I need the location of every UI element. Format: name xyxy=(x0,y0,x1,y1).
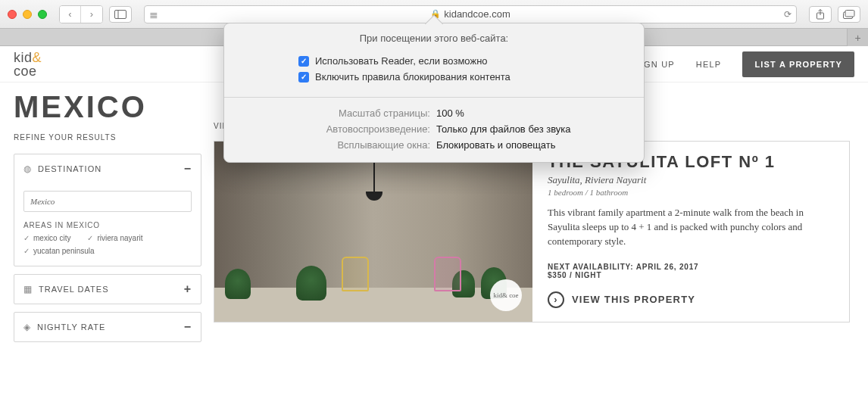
content-blocker-checkbox-label: Включить правила блокирования контента xyxy=(315,71,510,83)
listing-location: Sayulita, Riviera Nayarit xyxy=(548,174,834,186)
forward-button[interactable]: › xyxy=(81,6,102,23)
popover-checkbox-section: ✓ Использовать Reader, если возможно ✓ В… xyxy=(224,48,644,94)
view-property-label: VIEW THIS PROPERTY xyxy=(572,294,695,305)
chair xyxy=(434,257,461,291)
autoplay-value: Только для файлов без звука xyxy=(436,123,571,135)
svg-rect-0 xyxy=(115,10,126,18)
popover-separator xyxy=(224,97,644,98)
autoplay-row[interactable]: Автовоспроизведение: Только для файлов б… xyxy=(224,121,644,137)
popover-title: При посещении этого веб-сайта: xyxy=(224,23,644,48)
filter-destination-body: AREAS IN MEXICO mexico city riviera naya… xyxy=(14,183,201,266)
globe-icon: ◍ xyxy=(23,164,32,174)
chair xyxy=(342,257,369,291)
listing-image: kid& coe xyxy=(214,142,532,322)
new-tab-button[interactable]: + xyxy=(847,29,868,46)
listing-description: This vibrant family apartment a 2-minute… xyxy=(548,206,834,249)
destination-input[interactable] xyxy=(23,191,192,212)
url-text: kidandcoe.com xyxy=(444,8,510,20)
autoplay-label: Автовоспроизведение: xyxy=(239,123,436,135)
view-property-link[interactable]: › VIEW THIS PROPERTY xyxy=(548,291,834,308)
brand-badge: kid& coe xyxy=(490,279,522,311)
share-icon xyxy=(816,9,825,20)
page-title: MEXICO xyxy=(14,90,201,124)
listing-price: $350 / NIGHT xyxy=(548,271,834,279)
popover-settings-section: Масштаб страницы: 100 % Автовоспроизведе… xyxy=(224,101,644,162)
nav-help[interactable]: HELP xyxy=(696,60,722,69)
checkbox-checked-icon: ✓ xyxy=(298,56,309,67)
svg-rect-5 xyxy=(845,10,854,17)
nav-buttons: ‹ › xyxy=(59,5,103,23)
content-blocker-checkbox-row[interactable]: ✓ Включить правила блокирования контента xyxy=(298,71,510,83)
filter-travel-dates: ▦ TRAVEL DATES + xyxy=(14,274,201,304)
area-item[interactable]: yucatan peninsula xyxy=(23,247,95,255)
zoom-row[interactable]: Масштаб страницы: 100 % xyxy=(224,105,644,121)
share-button[interactable] xyxy=(809,6,832,23)
areas-label: AREAS IN MEXICO xyxy=(23,221,192,229)
tag-icon: ◈ xyxy=(23,322,31,332)
address-bar[interactable]: ≣ 🔒 kidandcoe.com ⟳ xyxy=(144,5,797,23)
filter-destination: ◍ DESTINATION − AREAS IN MEXICO mexico c… xyxy=(14,154,201,266)
zoom-label: Масштаб страницы: xyxy=(239,107,436,119)
areas-list: mexico city riviera nayarit yucatan peni… xyxy=(23,234,192,255)
logo-part-a: kid xyxy=(14,50,33,65)
filter-destination-label: DESTINATION xyxy=(38,164,101,173)
popup-value: Блокировать и оповещать xyxy=(436,139,556,151)
checkbox-checked-icon: ✓ xyxy=(298,72,309,83)
area-item[interactable]: mexico city xyxy=(23,234,70,242)
sidebar-icon xyxy=(114,10,126,19)
listing-card[interactable]: kid& coe THE SAYULITA LOFT Nº 1 Sayulita… xyxy=(214,141,850,322)
filter-travel-dates-label: TRAVEL DATES xyxy=(39,285,108,294)
minimize-window-button[interactable] xyxy=(23,10,32,19)
popup-row[interactable]: Всплывающие окна: Блокировать и оповещат… xyxy=(224,137,644,153)
refine-label: REFINE YOUR RESULTS xyxy=(14,133,201,142)
expand-icon: + xyxy=(184,282,192,296)
collapse-icon: − xyxy=(184,162,192,176)
reload-icon[interactable]: ⟳ xyxy=(784,9,792,20)
header-nav: SIGN UP HELP LIST A PROPERTY xyxy=(634,51,854,77)
filter-nightly-rate-header[interactable]: ◈ NIGHTLY RATE − xyxy=(14,313,201,341)
tabs-button[interactable] xyxy=(838,6,860,23)
logo-part-b: coe xyxy=(14,64,37,79)
zoom-value: 100 % xyxy=(436,107,464,119)
filters-column: MEXICO REFINE YOUR RESULTS ◍ DESTINATION… xyxy=(14,83,201,350)
collapse-icon: − xyxy=(184,320,192,334)
listing-meta: 1 bedroom / 1 bathroom xyxy=(548,188,834,197)
arrow-right-icon: › xyxy=(548,291,564,308)
close-window-button[interactable] xyxy=(8,10,17,19)
reader-icon[interactable]: ≣ xyxy=(149,8,158,20)
zoom-window-button[interactable] xyxy=(38,10,47,19)
website-settings-popover: При посещении этого веб-сайта: ✓ Использ… xyxy=(223,23,645,163)
tabs-icon xyxy=(843,10,855,19)
plant xyxy=(225,269,251,299)
list-property-button[interactable]: LIST A PROPERTY xyxy=(742,51,854,77)
filter-nightly-rate-label: NIGHTLY RATE xyxy=(37,322,105,332)
back-button[interactable]: ‹ xyxy=(60,6,81,23)
popup-label: Всплывающие окна: xyxy=(239,139,436,151)
listing-info: THE SAYULITA LOFT Nº 1 Sayulita, Riviera… xyxy=(532,142,849,322)
filter-destination-header[interactable]: ◍ DESTINATION − xyxy=(14,154,201,183)
sidebar-toggle-button[interactable] xyxy=(109,6,132,23)
reader-checkbox-label: Использовать Reader, если возможно xyxy=(315,55,488,67)
calendar-icon: ▦ xyxy=(23,284,33,294)
plant xyxy=(296,266,326,301)
site-logo[interactable]: kid&coe xyxy=(14,51,42,78)
area-item[interactable]: riviera nayarit xyxy=(87,234,142,242)
reader-checkbox-row[interactable]: ✓ Использовать Reader, если возможно xyxy=(298,55,488,67)
listing-availability: NEXT AVAILABILITY: APRIL 26, 2017 xyxy=(548,263,834,271)
logo-ampersand: & xyxy=(33,50,42,65)
filter-travel-dates-header[interactable]: ▦ TRAVEL DATES + xyxy=(14,275,201,304)
window-controls xyxy=(8,10,47,19)
filter-nightly-rate: ◈ NIGHTLY RATE − xyxy=(14,312,201,342)
